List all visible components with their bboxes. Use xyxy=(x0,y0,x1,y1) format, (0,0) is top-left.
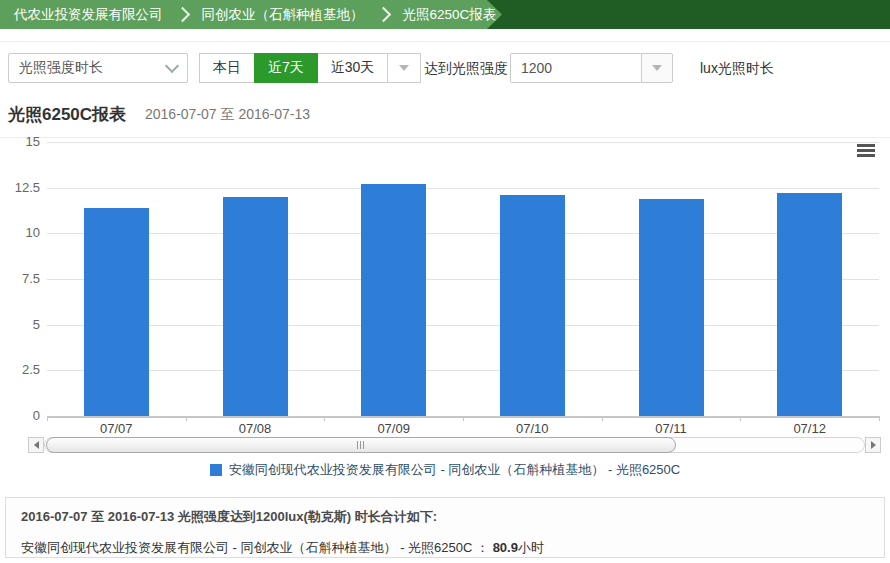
summary-hours-unit: 小时 xyxy=(518,540,544,555)
y-axis-tick-label: 7.5 xyxy=(4,271,40,286)
bar-07-12[interactable] xyxy=(777,193,842,416)
caret-down-icon xyxy=(399,65,409,71)
metric-select[interactable]: 光照强度时长 xyxy=(8,53,188,83)
x-axis-tick-label: 07/08 xyxy=(210,421,300,436)
range-button[interactable]: 本日 xyxy=(199,53,255,83)
report-date-range: 2016-07-07 至 2016-07-13 xyxy=(145,106,310,124)
range-button[interactable]: 近7天 xyxy=(254,53,318,83)
date-range-button-group: 本日近7天近30天 xyxy=(200,53,421,83)
gridline xyxy=(47,188,879,189)
x-axis-tick xyxy=(186,416,187,421)
chart-menu-icon[interactable] xyxy=(857,144,875,158)
range-button[interactable]: 近30天 xyxy=(317,53,389,83)
threshold-dropdown-button[interactable] xyxy=(641,53,673,83)
arrow-left-icon xyxy=(34,441,39,449)
scrollbar-right-arrow[interactable] xyxy=(865,437,881,453)
bar-07-09[interactable] xyxy=(361,184,426,416)
y-axis-tick-label: 10 xyxy=(4,225,40,240)
x-axis-tick-label: 07/12 xyxy=(765,421,855,436)
y-axis-tick-label: 0 xyxy=(4,408,40,423)
scrollbar-thumb[interactable] xyxy=(46,437,676,453)
legend-swatch xyxy=(210,464,222,476)
y-axis-tick-label: 2.5 xyxy=(4,362,40,377)
breadcrumb-bar: 代农业投资发展有限公司同创农业（石斛种植基地）光照6250C报表 xyxy=(0,0,890,29)
scrollbar-grip-icon xyxy=(357,441,365,449)
x-axis-tick xyxy=(602,416,603,421)
bar-07-07[interactable] xyxy=(84,208,149,416)
x-axis-tick-label: 07/07 xyxy=(71,421,161,436)
bar-07-10[interactable] xyxy=(500,195,565,416)
x-axis-tick-label: 07/10 xyxy=(487,421,577,436)
x-axis-tick xyxy=(463,416,464,421)
gridline xyxy=(47,279,879,280)
bar-07-08[interactable] xyxy=(223,197,288,416)
metric-select-value: 光照强度时长 xyxy=(19,59,103,77)
page-title: 光照6250C报表 xyxy=(8,103,126,126)
bar-07-11[interactable] xyxy=(639,199,704,416)
bar-chart: 02.557.51012.51507/0707/0807/0907/1007/1… xyxy=(0,137,890,436)
chevron-down-icon xyxy=(165,59,179,73)
breadcrumb-item[interactable]: 代农业投资发展有限公司 xyxy=(4,6,173,24)
gridline xyxy=(47,325,879,326)
x-axis-tick-label: 07/11 xyxy=(626,421,716,436)
caret-down-icon xyxy=(652,65,662,71)
breadcrumb-item[interactable]: 光照6250C报表 xyxy=(393,6,507,24)
x-axis-tick-label: 07/09 xyxy=(349,421,439,436)
chevron-right-icon xyxy=(174,7,190,23)
chevron-right-icon xyxy=(375,7,391,23)
y-axis-tick-label: 15 xyxy=(4,134,40,149)
breadcrumb: 代农业投资发展有限公司同创农业（石斛种植基地）光照6250C报表 xyxy=(0,0,502,29)
chart-horizontal-scrollbar[interactable] xyxy=(28,437,881,453)
scrollbar-left-arrow[interactable] xyxy=(28,437,44,453)
x-axis-tick xyxy=(740,416,741,421)
summary-detail-prefix: 安徽同创现代农业投资发展有限公司 - 同创农业（石斛种植基地） - 光照6250… xyxy=(21,540,493,555)
x-axis-tick xyxy=(324,416,325,421)
chart-legend[interactable]: 安徽同创现代农业投资发展有限公司 - 同创农业（石斛种植基地） - 光照6250… xyxy=(0,461,890,479)
range-dropdown-button[interactable] xyxy=(387,53,421,83)
gridline xyxy=(47,142,879,143)
y-axis-tick-label: 5 xyxy=(4,317,40,332)
x-axis-tick xyxy=(879,416,880,421)
summary-panel: 2016-07-07 至 2016-07-13 光照强度达到1200lux(勒克… xyxy=(5,497,885,558)
header-divider xyxy=(0,41,890,42)
breadcrumb-item[interactable]: 同创农业（石斛种植基地） xyxy=(192,6,374,24)
gridline xyxy=(47,370,879,371)
threshold-label: 达到光照强度 xyxy=(424,60,508,78)
summary-heading: 2016-07-07 至 2016-07-13 光照强度达到1200lux(勒克… xyxy=(21,508,869,526)
legend-label: 安徽同创现代农业投资发展有限公司 - 同创农业（石斛种植基地） - 光照6250… xyxy=(229,461,680,479)
y-axis-tick-label: 12.5 xyxy=(4,180,40,195)
summary-hours-value: 80.9 xyxy=(493,540,518,555)
arrow-right-icon xyxy=(871,441,876,449)
threshold-input[interactable]: 1200 xyxy=(510,53,642,83)
threshold-unit-label: lux光照时长 xyxy=(700,60,774,78)
threshold-combo: 1200 xyxy=(510,53,673,83)
x-axis-tick xyxy=(47,416,48,421)
summary-detail: 安徽同创现代农业投资发展有限公司 - 同创农业（石斛种植基地） - 光照6250… xyxy=(21,539,869,557)
gridline xyxy=(47,233,879,234)
